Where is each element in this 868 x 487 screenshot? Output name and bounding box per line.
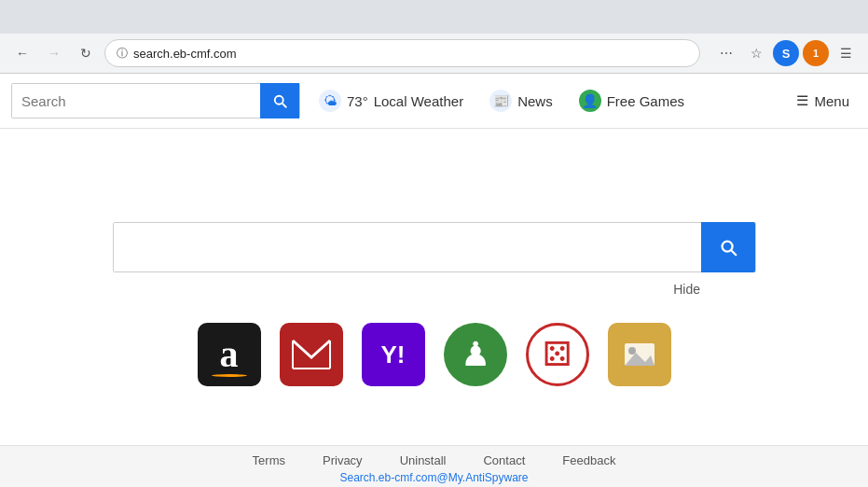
browser-actions: ⋯ ☆ S 1 ☰ bbox=[713, 40, 859, 66]
shortcuts-row: a Y! bbox=[198, 323, 671, 386]
photos-icon bbox=[619, 334, 660, 375]
amazon-smile bbox=[212, 374, 247, 377]
gmail-icon bbox=[291, 339, 332, 370]
tab-bar bbox=[0, 0, 868, 34]
privacy-link[interactable]: Privacy bbox=[323, 453, 363, 467]
games-link[interactable]: 👤 Free Games bbox=[572, 86, 692, 116]
weather-icon: 🌤 bbox=[319, 90, 341, 112]
photos-shortcut[interactable] bbox=[608, 323, 671, 386]
footer-brand: Search.eb-cmf.com@My.AntiSpyware bbox=[339, 471, 528, 484]
feedback-link[interactable]: Feedback bbox=[562, 453, 615, 467]
yahoo-shortcut[interactable]: Y! bbox=[362, 323, 425, 386]
games-label: Free Games bbox=[607, 93, 684, 109]
hide-link[interactable]: Hide bbox=[673, 282, 700, 297]
chess-shortcut[interactable]: ♟ bbox=[444, 323, 507, 386]
more-button[interactable]: ⋯ bbox=[713, 40, 739, 66]
hamburger-icon: ☰ bbox=[796, 92, 808, 109]
footer-links: Terms Privacy Uninstall Contact Feedback bbox=[253, 453, 616, 467]
address-bar[interactable]: ⓘ bbox=[104, 39, 700, 67]
url-input[interactable] bbox=[133, 47, 688, 61]
site-toolbar: 🌤 73° Local Weather 📰 News 👤 Free Games … bbox=[0, 74, 868, 129]
news-icon: 📰 bbox=[489, 90, 512, 112]
contact-link[interactable]: Contact bbox=[483, 453, 525, 467]
search-icon bbox=[271, 92, 288, 109]
amazon-icon: a bbox=[220, 336, 239, 373]
menu-link[interactable]: ☰ Menu bbox=[789, 89, 857, 113]
back-button[interactable]: ← bbox=[9, 40, 35, 66]
page-content: 🌤 73° Local Weather 📰 News 👤 Free Games … bbox=[0, 74, 868, 487]
profile-button[interactable]: S bbox=[773, 40, 799, 66]
menu-button[interactable]: ☰ bbox=[833, 40, 859, 66]
forward-button[interactable]: → bbox=[41, 40, 67, 66]
shortcuts-wrapper: Hide a bbox=[0, 272, 868, 386]
news-label: News bbox=[517, 93, 553, 109]
news-link[interactable]: 📰 News bbox=[482, 86, 560, 116]
games-icon: 👤 bbox=[579, 90, 601, 112]
secure-icon: ⓘ bbox=[117, 46, 128, 62]
yahoo-icon: Y! bbox=[381, 341, 406, 369]
center-search-bar[interactable] bbox=[113, 222, 756, 272]
uninstall-link[interactable]: Uninstall bbox=[400, 453, 447, 467]
main-area: Hide a bbox=[0, 129, 868, 386]
menu-label: Menu bbox=[814, 93, 849, 109]
svg-point-6 bbox=[628, 347, 636, 355]
browser-controls: ← → ↻ ⓘ ⋯ ☆ S 1 ☰ bbox=[0, 34, 868, 73]
weather-label: Local Weather bbox=[374, 93, 463, 109]
weather-temp: 73° bbox=[347, 93, 368, 109]
browser-chrome: ← → ↻ ⓘ ⋯ ☆ S 1 ☰ bbox=[0, 0, 868, 74]
weather-link[interactable]: 🌤 73° Local Weather bbox=[311, 86, 471, 116]
dice-icon: ⚄ bbox=[543, 335, 572, 374]
notification-button[interactable]: 1 bbox=[803, 40, 829, 66]
search-icon-center bbox=[718, 237, 738, 257]
center-search-button[interactable] bbox=[701, 222, 755, 272]
terms-link[interactable]: Terms bbox=[253, 453, 285, 467]
gmail-shortcut[interactable] bbox=[280, 323, 343, 386]
top-search-bar[interactable] bbox=[11, 83, 300, 118]
chess-icon: ♟ bbox=[461, 335, 490, 374]
bookmark-button[interactable]: ☆ bbox=[743, 40, 769, 66]
reload-button[interactable]: ↻ bbox=[73, 40, 99, 66]
center-search-input[interactable] bbox=[114, 223, 701, 271]
top-search-input[interactable] bbox=[12, 84, 260, 118]
amazon-shortcut[interactable]: a bbox=[198, 323, 261, 386]
top-search-button[interactable] bbox=[260, 83, 299, 118]
footer: Terms Privacy Uninstall Contact Feedback… bbox=[0, 445, 868, 487]
dice-shortcut[interactable]: ⚄ bbox=[526, 323, 589, 386]
